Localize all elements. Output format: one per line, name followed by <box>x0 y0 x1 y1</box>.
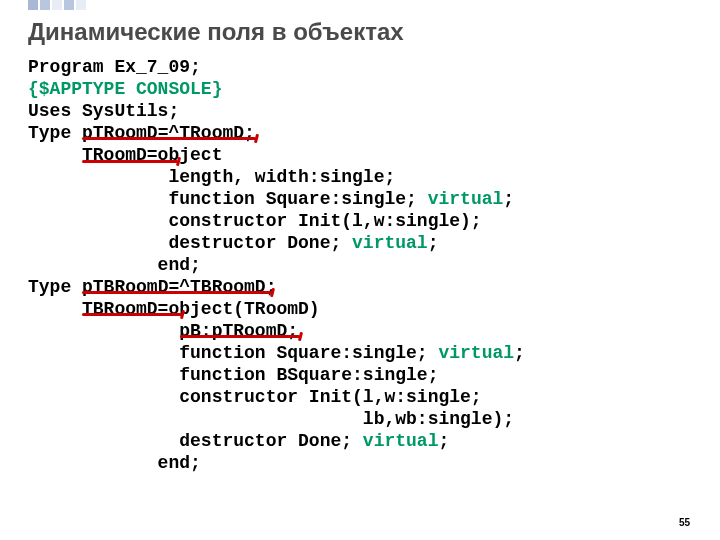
red-underline <box>82 313 182 316</box>
code-line: ; <box>428 233 439 253</box>
code-line: {$APPTYPE CONSOLE} <box>28 79 222 99</box>
code-block: Program Ex_7_09; {$APPTYPE CONSOLE} Uses… <box>28 56 525 474</box>
keyword-virtual: virtual <box>428 189 504 209</box>
red-underline <box>82 291 272 294</box>
code-line: TBRoomD=object(TRoomD) <box>28 299 320 319</box>
code-line: Type <box>28 123 82 143</box>
code-line: constructor Init(l,w:single; <box>28 387 482 407</box>
code-line: destructor Done; <box>28 233 352 253</box>
code-line: destructor Done; <box>28 431 363 451</box>
code-line: function Square:single; <box>28 343 438 363</box>
code-line: Type <box>28 277 82 297</box>
code-line: lb,wb:single); <box>28 409 514 429</box>
code-line: Program Ex_7_09; <box>28 57 201 77</box>
red-underline <box>82 160 178 163</box>
code-line: constructor Init(l,w:single); <box>28 211 482 231</box>
red-underline <box>180 335 300 338</box>
code-underlined: pTRoomD=^TRoomD; <box>82 123 255 143</box>
code-line: length, width:single; <box>28 167 395 187</box>
code-line: Uses SysUtils; <box>28 101 179 121</box>
slide-title: Динамические поля в объектах <box>28 18 404 46</box>
keyword-virtual: virtual <box>352 233 428 253</box>
code-line: function Square:single; <box>28 189 428 209</box>
keyword-virtual: virtual <box>363 431 439 451</box>
code-line: ; <box>503 189 514 209</box>
keyword-virtual: virtual <box>438 343 514 363</box>
code-underlined: pTBRoomD=^TBRoomD; <box>82 277 276 297</box>
code-line: ; <box>514 343 525 363</box>
code-line: ; <box>438 431 449 451</box>
code-line: end; <box>28 255 201 275</box>
code-line: function BSquare:single; <box>28 365 438 385</box>
decorative-squares <box>28 0 86 10</box>
code-line: end; <box>28 453 201 473</box>
page-number: 55 <box>679 517 690 528</box>
red-underline <box>82 137 256 140</box>
code-line: pB:pTRoomD; <box>28 321 298 341</box>
